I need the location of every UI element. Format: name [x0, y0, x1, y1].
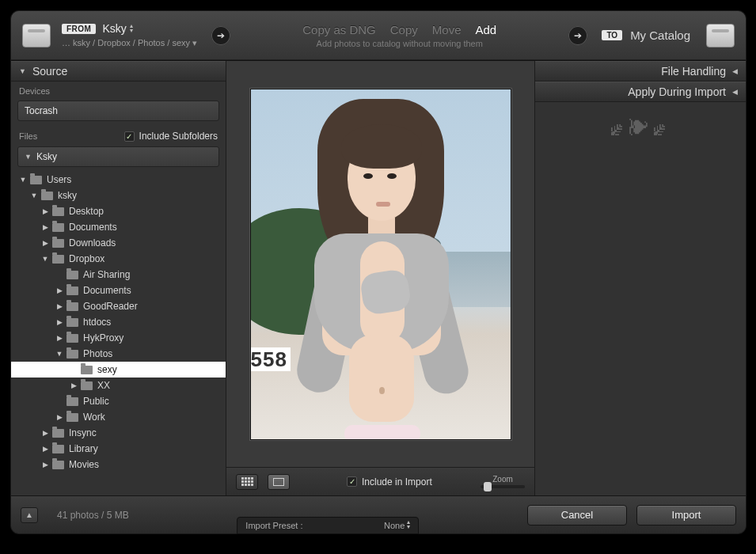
- tree-node-sexy[interactable]: ▶sexy: [11, 362, 226, 378]
- folder-icon: [81, 366, 93, 374]
- right-panel: File Handling ◀ Apply During Import ◀ ⸙❧…: [535, 61, 746, 495]
- triangle-down-icon: ▼: [19, 67, 26, 75]
- folder-icon: [52, 223, 64, 232]
- to-block[interactable]: TO My Catalog: [602, 28, 690, 42]
- zoom-control: Zoom: [481, 475, 525, 488]
- devices-label: Devices: [11, 82, 226, 99]
- from-chip: FROM: [62, 24, 96, 34]
- folder-icon: [66, 413, 78, 422]
- tree-node-documents2[interactable]: ▶Documents: [11, 283, 226, 298]
- mode-copy[interactable]: Copy: [390, 23, 418, 36]
- folder-icon: [66, 271, 78, 279]
- tree-node-users[interactable]: ▼Users: [11, 172, 226, 188]
- folder-icon: [30, 176, 42, 184]
- footer-bar: ▲ 41 photos / 5 MB Import Preset : None …: [11, 495, 746, 533]
- arrow-right-icon[interactable]: ➔: [211, 26, 230, 45]
- tree-node-ksky[interactable]: ▼ksky: [11, 188, 226, 203]
- tree-node-htdocs[interactable]: ▶htdocs: [11, 314, 226, 330]
- import-dialog: FROM Ksky ▴▾ … ksky / Dropbox / Photos /…: [11, 11, 746, 533]
- tree-node-downloads[interactable]: ▶Downloads: [11, 235, 226, 251]
- triangle-down-icon: ▼: [25, 153, 32, 161]
- slider-knob[interactable]: [484, 482, 492, 491]
- from-block[interactable]: FROM Ksky ▴▾ … ksky / Dropbox / Photos /…: [62, 22, 197, 48]
- source-disk-icon[interactable]: [22, 24, 51, 47]
- folder-icon: [66, 334, 78, 343]
- main-area: ▼ Source Devices Tocrash Files ✓ Include…: [11, 60, 746, 495]
- folder-icon: [52, 239, 64, 248]
- updown-icon: ▴▾: [130, 24, 133, 33]
- folder-icon: [66, 350, 78, 359]
- to-chip: TO: [602, 30, 622, 40]
- apply-during-import-label: Apply During Import: [628, 85, 726, 98]
- folder-icon: [41, 192, 53, 200]
- file-handling-header[interactable]: File Handling ◀: [535, 61, 746, 82]
- tree-node-work[interactable]: ▶Work: [11, 409, 226, 425]
- preset-label: Import Preset :: [245, 521, 302, 530]
- mode-subtitle: Add photos to catalog without moving the…: [317, 39, 483, 48]
- tree-node-library[interactable]: ▶Library: [11, 441, 226, 457]
- destination-disk-icon[interactable]: [706, 24, 735, 47]
- single-icon: [273, 478, 284, 486]
- folder-icon: [52, 429, 64, 438]
- left-panel: ▼ Source Devices Tocrash Files ✓ Include…: [11, 61, 226, 495]
- tree-node-goodreader[interactable]: ▶GoodReader: [11, 298, 226, 314]
- folder-tree: ▼Users ▼ksky ▶Desktop ▶Documents ▶Downlo…: [11, 170, 226, 495]
- tree-node-movies[interactable]: ▶Movies: [11, 457, 226, 472]
- apply-during-import-header[interactable]: Apply During Import ◀: [535, 82, 746, 102]
- single-view-button[interactable]: [268, 474, 290, 490]
- folder-icon: [66, 318, 78, 327]
- source-section-header[interactable]: ▼ Source: [11, 61, 226, 82]
- include-subfolders-checkbox[interactable]: ✓ Include Subfolders: [124, 131, 218, 142]
- triangle-left-icon: ◀: [732, 88, 738, 96]
- mode-add[interactable]: Add: [476, 23, 497, 36]
- import-button[interactable]: Import: [636, 505, 736, 526]
- include-in-import-label: Include in Import: [362, 476, 432, 488]
- import-mode-block: Copy as DNG Copy Move Add Add photos to …: [245, 23, 554, 48]
- include-subfolders-label: Include Subfolders: [139, 131, 218, 142]
- expand-up-button[interactable]: ▲: [21, 507, 38, 523]
- drive-name: Ksky: [36, 151, 57, 162]
- tree-node-hykproxy[interactable]: ▶HykProxy: [11, 330, 226, 346]
- include-in-import-checkbox[interactable]: ✓ Include in Import: [347, 476, 432, 488]
- tree-node-xx[interactable]: ▶XX: [11, 378, 226, 393]
- from-source-label: Ksky: [102, 22, 126, 35]
- overlay-number: 558: [251, 347, 291, 371]
- top-bar: FROM Ksky ▴▾ … ksky / Dropbox / Photos /…: [11, 11, 746, 60]
- triangle-left-icon: ◀: [732, 67, 738, 75]
- center-panel: 558: [226, 61, 535, 495]
- tree-node-insync[interactable]: ▶Insync: [11, 425, 226, 441]
- tree-node-desktop[interactable]: ▶Desktop: [11, 203, 226, 219]
- from-source-name[interactable]: Ksky ▴▾: [102, 22, 132, 35]
- photo-preview[interactable]: 558: [250, 89, 511, 440]
- cancel-button[interactable]: Cancel: [527, 505, 627, 526]
- arrow-right-icon-2[interactable]: ➔: [568, 26, 587, 45]
- tree-node-public[interactable]: ▶Public: [11, 393, 226, 409]
- checkbox-checked-icon: ✓: [124, 131, 135, 142]
- photo-count: 41 photos / 5 MB: [57, 510, 129, 521]
- file-handling-label: File Handling: [661, 65, 726, 78]
- source-title: Source: [32, 65, 67, 78]
- folder-icon: [52, 461, 64, 469]
- grid-view-button[interactable]: [236, 474, 258, 490]
- updown-icon: ▴▾: [407, 520, 410, 529]
- device-selected-value: Tocrash: [25, 105, 58, 116]
- files-label: Files: [19, 131, 37, 141]
- preview-toolbar: ✓ Include in Import Zoom: [226, 467, 534, 495]
- tree-node-documents[interactable]: ▶Documents: [11, 219, 226, 235]
- zoom-slider[interactable]: [481, 485, 525, 488]
- preview-area: 558: [226, 61, 534, 467]
- mode-move[interactable]: Move: [432, 23, 462, 36]
- tree-node-air-sharing[interactable]: ▶Air Sharing: [11, 267, 226, 283]
- preset-value: None: [384, 521, 405, 530]
- tree-node-photos[interactable]: ▼Photos: [11, 346, 226, 362]
- from-path: … ksky / Dropbox / Photos / sexy ▾: [62, 38, 197, 48]
- folder-icon: [66, 286, 78, 295]
- drive-select[interactable]: ▼ Ksky: [17, 146, 219, 167]
- mode-copy-as-dng[interactable]: Copy as DNG: [302, 23, 376, 36]
- ornament-icon: ⸙❧⸙: [611, 115, 670, 141]
- folder-icon: [52, 207, 64, 216]
- device-select[interactable]: Tocrash: [17, 101, 219, 121]
- tree-node-dropbox[interactable]: ▼Dropbox: [11, 251, 226, 267]
- import-preset-select[interactable]: Import Preset : None ▴▾: [237, 517, 419, 534]
- grid-icon: [241, 477, 253, 486]
